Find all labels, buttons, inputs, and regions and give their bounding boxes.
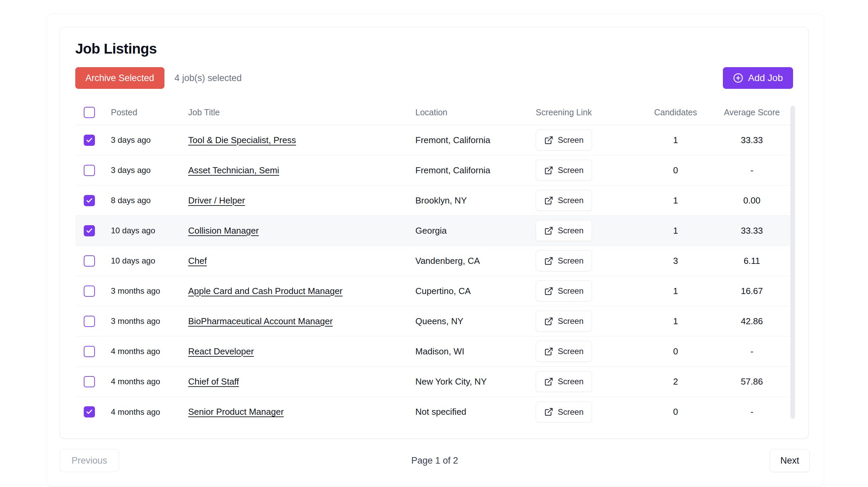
location-cell: Fremont, California (415, 165, 536, 176)
average-score-cell: 42.86 (714, 316, 790, 327)
table-row: 3 days ago Asset Technician, Semi Fremon… (75, 155, 793, 186)
location-cell: New York City, NY (415, 376, 536, 387)
external-link-icon (544, 256, 553, 266)
screen-button[interactable]: Screen (536, 341, 592, 362)
screen-button-label: Screen (558, 226, 584, 235)
location-cell: Cupertino, CA (415, 286, 536, 296)
posted-cell: 10 days ago (111, 256, 188, 266)
row-checkbox[interactable] (84, 225, 95, 236)
job-title-link[interactable]: Senior Product Manager (188, 407, 284, 417)
external-link-icon (544, 407, 553, 416)
check-icon (86, 137, 93, 144)
selection-count-label: 4 job(s) selected (175, 73, 242, 83)
plus-circle-icon (733, 73, 743, 83)
candidates-cell: 0 (637, 407, 714, 417)
screen-button[interactable]: Screen (536, 402, 592, 423)
job-title-link[interactable]: Asset Technician, Semi (188, 165, 279, 175)
external-link-icon (544, 196, 553, 205)
candidates-cell: 0 (637, 165, 714, 176)
table-scrollbar-thumb[interactable] (790, 106, 795, 419)
external-link-icon (544, 377, 553, 386)
candidates-cell: 2 (637, 376, 714, 387)
archive-selected-button[interactable]: Archive Selected (75, 67, 164, 89)
job-title-link[interactable]: Collision Manager (188, 226, 259, 236)
pagination: Previous Page 1 of 2 Next (60, 449, 810, 472)
average-score-cell: 33.33 (714, 226, 790, 236)
screen-button[interactable]: Screen (536, 371, 592, 392)
table-row: 10 days ago Collision Manager Georgia Sc… (75, 216, 793, 246)
external-link-icon (544, 166, 553, 175)
table-row: 4 months ago Chief of Staff New York Cit… (75, 367, 793, 397)
table-row: 3 months ago BioPharmaceutical Account M… (75, 306, 793, 336)
table-row: 3 days ago Tool & Die Specialist, Press … (75, 125, 793, 155)
row-checkbox[interactable] (84, 286, 95, 297)
average-score-cell: - (714, 407, 790, 417)
row-checkbox[interactable] (84, 135, 95, 146)
external-link-icon (544, 347, 553, 356)
job-title-link[interactable]: Tool & Die Specialist, Press (188, 135, 296, 145)
page-container: Job Listings Archive Selected 4 job(s) s… (46, 14, 824, 487)
check-icon (86, 227, 93, 234)
job-title-link[interactable]: Chef (188, 256, 207, 266)
candidates-cell: 1 (637, 195, 714, 206)
average-score-cell: 16.67 (714, 286, 790, 296)
previous-page-button[interactable]: Previous (60, 449, 119, 472)
row-checkbox[interactable] (84, 406, 95, 417)
row-checkbox[interactable] (84, 195, 95, 206)
average-score-cell: 57.86 (714, 376, 790, 387)
job-title-link[interactable]: Chief of Staff (188, 376, 239, 387)
job-title-link[interactable]: React Developer (188, 346, 254, 356)
table-row: 10 days ago Chef Vandenberg, CA Screen 3… (75, 246, 793, 276)
row-checkbox[interactable] (84, 255, 95, 267)
candidates-cell: 1 (637, 135, 714, 145)
table-row: 8 days ago Driver / Helper Brooklyn, NY … (75, 186, 793, 216)
row-checkbox[interactable] (84, 165, 95, 176)
candidates-cell: 3 (637, 256, 714, 266)
screen-button[interactable]: Screen (536, 220, 592, 241)
screen-button-label: Screen (558, 407, 584, 417)
external-link-icon (544, 136, 553, 145)
add-job-button[interactable]: Add Job (723, 67, 793, 89)
screen-button[interactable]: Screen (536, 250, 592, 271)
select-all-checkbox[interactable] (84, 107, 95, 118)
posted-cell: 4 months ago (111, 347, 188, 356)
screen-button[interactable]: Screen (536, 190, 592, 211)
column-header-location: Location (415, 108, 536, 117)
table-body: 3 days ago Tool & Die Specialist, Press … (75, 125, 793, 427)
screen-button[interactable]: Screen (536, 280, 592, 301)
location-cell: Fremont, California (415, 135, 536, 145)
average-score-cell: 0.00 (714, 195, 790, 206)
location-cell: Georgia (415, 226, 536, 236)
table-header-row: Posted Job Title Location Screening Link… (75, 100, 793, 125)
average-score-cell: - (714, 346, 790, 357)
posted-cell: 3 days ago (111, 135, 188, 145)
column-header-screening-link: Screening Link (536, 108, 637, 117)
check-icon (86, 408, 93, 415)
job-title-link[interactable]: Driver / Helper (188, 195, 245, 206)
next-page-button[interactable]: Next (770, 449, 810, 472)
candidates-cell: 1 (637, 316, 714, 327)
external-link-icon (544, 226, 553, 235)
candidates-cell: 1 (637, 286, 714, 296)
job-title-link[interactable]: Apple Card and Cash Product Manager (188, 286, 342, 296)
row-checkbox[interactable] (84, 316, 95, 327)
column-header-average-score: Average Score (714, 108, 790, 117)
toolbar: Archive Selected 4 job(s) selected Add J… (75, 67, 793, 89)
posted-cell: 4 months ago (111, 377, 188, 386)
screen-button[interactable]: Screen (536, 311, 592, 332)
posted-cell: 3 months ago (111, 316, 188, 326)
table-row: 3 months ago Apple Card and Cash Product… (75, 276, 793, 306)
column-header-candidates: Candidates (637, 108, 714, 117)
location-cell: Brooklyn, NY (415, 195, 536, 206)
row-checkbox[interactable] (84, 376, 95, 387)
posted-cell: 4 months ago (111, 407, 188, 417)
average-score-cell: 6.11 (714, 256, 790, 266)
screen-button[interactable]: Screen (536, 130, 592, 151)
screen-button[interactable]: Screen (536, 160, 592, 181)
screen-button-label: Screen (558, 135, 584, 145)
column-header-posted: Posted (111, 108, 188, 117)
row-checkbox[interactable] (84, 346, 95, 357)
location-cell: Queens, NY (415, 316, 536, 327)
posted-cell: 10 days ago (111, 226, 188, 235)
job-title-link[interactable]: BioPharmaceutical Account Manager (188, 316, 333, 326)
